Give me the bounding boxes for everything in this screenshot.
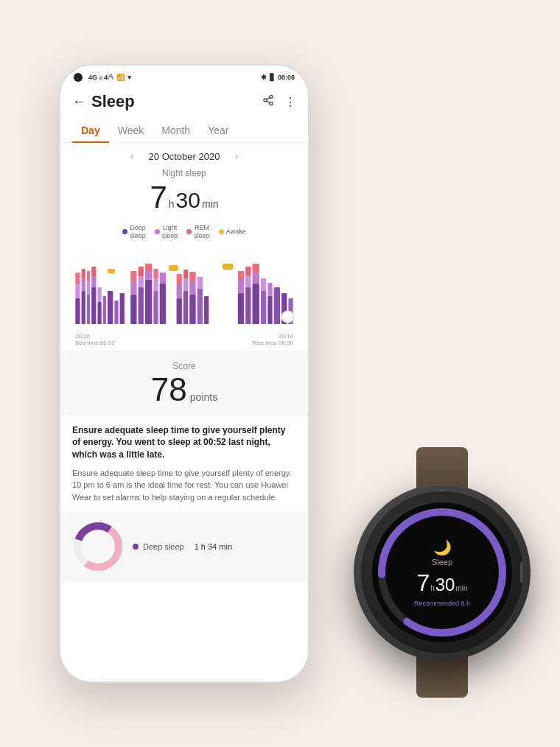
svg-rect-44 xyxy=(204,296,209,324)
svg-rect-56 xyxy=(267,296,272,324)
svg-rect-13 xyxy=(120,293,125,324)
more-button[interactable]: ⋮ xyxy=(284,95,296,109)
next-date-button[interactable]: › xyxy=(234,150,238,162)
header-right: ⋮ xyxy=(262,94,296,109)
legend-rem-sleep: REMsleep xyxy=(186,224,210,240)
prev-date-button[interactable]: ‹ xyxy=(130,150,134,162)
share-button[interactable] xyxy=(262,94,274,109)
watch-minutes: 30 xyxy=(435,575,455,595)
sleep-chart-svg xyxy=(69,250,299,332)
svg-rect-29 xyxy=(139,276,144,287)
tab-month[interactable]: Month xyxy=(153,119,199,142)
svg-point-2 xyxy=(270,102,273,105)
bed-time-label: 20/10Bed time 00:52 xyxy=(75,333,115,346)
advice-bold-text: Ensure adequate sleep time to give yours… xyxy=(72,424,296,461)
watch-time-display: 7 h 30 min xyxy=(416,569,467,597)
breakdown-deep-sleep: Deep sleep 1 h 34 min xyxy=(133,542,296,551)
health-icon: ♥ xyxy=(127,74,131,81)
svg-rect-61 xyxy=(245,276,251,287)
page-title: Sleep xyxy=(91,92,135,111)
deep-sleep-breakdown-label: Deep sleep xyxy=(143,542,184,551)
svg-rect-52 xyxy=(238,293,244,324)
tab-year[interactable]: Year xyxy=(199,119,237,142)
score-number: 78 xyxy=(151,371,187,408)
svg-rect-7 xyxy=(87,295,90,324)
svg-rect-39 xyxy=(223,264,234,270)
breakdown-details: Deep sleep 1 h 34 min xyxy=(133,542,296,551)
svg-rect-46 xyxy=(183,278,188,291)
svg-rect-38 xyxy=(169,265,178,271)
svg-rect-6 xyxy=(82,291,85,324)
smartwatch: 🌙 Sleep 7 h 30 min Recommended 8 h xyxy=(354,484,531,661)
tab-bar: Day Week Month Year xyxy=(60,119,308,143)
svg-rect-33 xyxy=(130,271,136,281)
tab-week[interactable]: Week xyxy=(109,119,153,142)
watch-recommended: Recommended 8 h xyxy=(414,600,470,607)
svg-rect-17 xyxy=(91,276,96,287)
svg-rect-35 xyxy=(145,264,152,271)
svg-rect-32 xyxy=(160,273,166,284)
sleep-hours: 7 xyxy=(150,180,167,215)
svg-rect-54 xyxy=(253,284,259,324)
svg-point-0 xyxy=(270,95,273,98)
svg-rect-53 xyxy=(245,287,251,324)
watch-hours-unit: h xyxy=(430,584,435,592)
watch-screen: 🌙 Sleep 7 h 30 min Recommended 8 h xyxy=(372,502,512,642)
sleep-summary-label: Night sleep xyxy=(72,168,296,178)
svg-rect-23 xyxy=(130,295,136,324)
moon-icon: 🌙 xyxy=(433,539,452,556)
svg-rect-30 xyxy=(145,271,152,280)
deep-sleep-breakdown-value: 1 h 34 min xyxy=(195,542,232,551)
back-button[interactable]: ← xyxy=(72,94,85,110)
svg-point-68 xyxy=(281,311,294,323)
sleep-chart-canvas xyxy=(69,250,299,332)
svg-rect-37 xyxy=(108,269,115,273)
svg-rect-41 xyxy=(183,291,188,324)
deep-sleep-breakdown-dot xyxy=(133,544,139,550)
svg-rect-24 xyxy=(139,287,144,324)
svg-rect-40 xyxy=(177,298,182,324)
awake-dot xyxy=(219,229,224,234)
score-section: Score 78 points xyxy=(60,351,308,415)
advice-regular-text: Ensure adequate sleep time to give yours… xyxy=(72,467,296,504)
score-value: 78 points xyxy=(72,371,296,408)
chart-labels: 20/10Bed time 00:52 20/10Rise time 08:00 xyxy=(69,332,299,348)
svg-rect-21 xyxy=(87,271,90,281)
svg-rect-42 xyxy=(189,295,195,324)
date-navigation: ‹ 20 October 2020 › xyxy=(60,143,308,165)
clock: 08:08 xyxy=(278,74,295,81)
svg-rect-19 xyxy=(75,273,80,284)
svg-rect-12 xyxy=(114,301,118,324)
svg-rect-48 xyxy=(197,277,203,289)
svg-rect-26 xyxy=(153,291,158,324)
sleep-breakdown: Deep sleep 1 h 34 min xyxy=(60,512,308,581)
light-sleep-dot xyxy=(155,229,160,234)
light-sleep-label: Lightsleep xyxy=(162,224,178,240)
svg-rect-55 xyxy=(261,291,266,324)
svg-rect-25 xyxy=(145,280,152,324)
recommended-label: Recommended xyxy=(414,600,459,607)
svg-rect-14 xyxy=(75,284,80,298)
battery-icon: ▊ xyxy=(270,74,275,81)
svg-rect-31 xyxy=(153,278,158,291)
svg-rect-51 xyxy=(189,272,195,281)
tab-day[interactable]: Day xyxy=(72,119,109,142)
rem-sleep-dot xyxy=(186,229,192,234)
watch-body: 🌙 Sleep 7 h 30 min Recommended 8 h xyxy=(361,491,523,653)
signal-icon: 4G ᵢₗ 4ᵢᴳₗ xyxy=(88,74,113,81)
camera-icon xyxy=(74,73,83,82)
svg-rect-22 xyxy=(91,267,96,276)
svg-rect-50 xyxy=(183,270,188,278)
svg-line-4 xyxy=(267,97,270,99)
sleep-legend: Deepsleep Lightsleep REMsleep Awake xyxy=(60,221,308,245)
header-left: ← Sleep xyxy=(72,92,135,111)
sleep-summary: Night sleep 7 h 30 min xyxy=(60,165,308,221)
svg-rect-66 xyxy=(245,267,251,276)
svg-rect-63 xyxy=(261,278,266,291)
current-date: 20 October 2020 xyxy=(149,151,220,162)
sleep-minutes: 30 xyxy=(176,188,200,213)
svg-rect-65 xyxy=(238,271,244,280)
deep-sleep-label: Deepsleep xyxy=(130,224,146,240)
svg-rect-8 xyxy=(91,287,96,324)
svg-rect-67 xyxy=(253,264,259,273)
